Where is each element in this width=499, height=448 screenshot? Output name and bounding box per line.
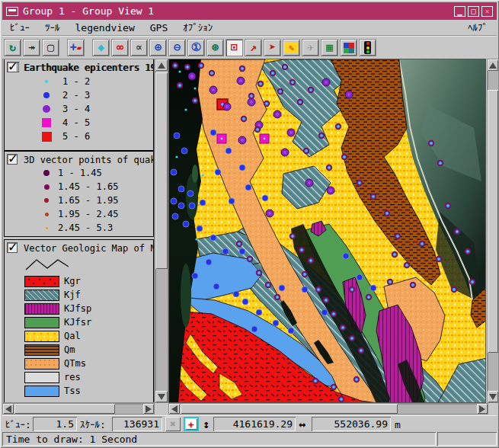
- maximize-button[interactable]: □: [468, 6, 479, 17]
- menu-legendview[interactable]: legendview: [68, 21, 142, 35]
- map-point-v3d: [290, 234, 296, 239]
- crosshair-mode-button[interactable]: ✚: [184, 417, 199, 431]
- legend-swatch-row: Kgr: [3, 276, 154, 290]
- legend-horizontal-scrollbar[interactable]: [2, 403, 155, 414]
- scroll-down-icon: [158, 394, 165, 400]
- image-info-button[interactable]: ▦: [321, 39, 338, 56]
- select-arrow-button[interactable]: ➤: [264, 39, 281, 56]
- map-point-v3d: [266, 283, 271, 288]
- pan-arrow-button[interactable]: ↗: [245, 39, 262, 56]
- map-point-eq3: [223, 103, 231, 110]
- map-scroll-left-button[interactable]: [169, 404, 180, 414]
- map-vscroll-thumb[interactable]: [488, 90, 498, 353]
- menu-gps[interactable]: GPS: [142, 21, 175, 35]
- legend-item: 1 - 1.45: [3, 167, 154, 181]
- map-point-v3d: [185, 65, 190, 70]
- view-value-field[interactable]: 1.5: [33, 417, 77, 431]
- add-layer-button[interactable]: +▰: [67, 39, 85, 56]
- extent-box-button[interactable]: ▢: [42, 39, 59, 56]
- map-point-v3d: [309, 88, 314, 93]
- scale-label: ｽｹｰﾙ:: [80, 419, 106, 430]
- fit-to-frame-button[interactable]: ↠: [23, 39, 40, 56]
- legend-scroll-left-button[interactable]: [3, 404, 14, 414]
- window-menu-icon[interactable]: [6, 7, 18, 16]
- close-button[interactable]: ✕: [481, 6, 493, 17]
- map-point-v3d: [316, 287, 321, 293]
- scale-value-field[interactable]: 136931: [112, 417, 162, 431]
- map-point-v3d: [438, 161, 443, 166]
- legend-scroll-right-button[interactable]: [143, 404, 154, 414]
- zoom-out-button[interactable]: ⊖: [168, 39, 186, 56]
- map-point-eq2: [233, 291, 239, 297]
- minimize-button[interactable]: ▁: [454, 6, 465, 17]
- vector-points-checkbox[interactable]: [7, 154, 18, 165]
- menu-help[interactable]: ﾍﾙﾌﾟ: [459, 21, 497, 35]
- map-point-v3d: [342, 155, 347, 160]
- legend-panel: Earthquake epicenters 19 Earthquake epic…: [2, 59, 155, 403]
- legend-hscroll-thumb[interactable]: [14, 404, 115, 414]
- mosaic-button[interactable]: [340, 39, 357, 56]
- scroll-left-icon: [5, 405, 11, 413]
- zoom-in-button[interactable]: ⊕: [149, 39, 167, 56]
- geology-checkbox[interactable]: [7, 242, 18, 253]
- legend-scroll-up-button[interactable]: [155, 59, 168, 71]
- kjfsp-swatch: [24, 303, 59, 315]
- map-y-coordinate-field[interactable]: 552036.99: [312, 417, 391, 431]
- map-point-v3d: [257, 270, 262, 276]
- map-point-v3d: [290, 80, 296, 85]
- map-point-v3d: [193, 98, 198, 104]
- map-point-v3d: [304, 149, 309, 154]
- start-stop-button[interactable]: [359, 39, 376, 56]
- earthquakes-checkbox[interactable]: [7, 62, 18, 72]
- map-scroll-down-button[interactable]: [488, 391, 498, 402]
- roam-button[interactable]: ∝: [130, 39, 148, 56]
- binoculars-button[interactable]: ∞: [111, 39, 129, 56]
- fault-line-symbol-icon: [24, 256, 73, 273]
- legend-swatch-row: Qal: [3, 331, 154, 344]
- menu-tools[interactable]: ﾂｰﾙ: [37, 21, 68, 35]
- traffic-light-icon: [364, 41, 371, 54]
- map-horizontal-scrollbar[interactable]: [168, 403, 488, 414]
- profile-icon: ✈: [307, 42, 314, 53]
- legend-swatch-row: KJfsr: [3, 317, 154, 331]
- legend-item: 3 - 4: [3, 103, 154, 117]
- map-point-eq2: [210, 235, 216, 241]
- map-point-eq3: [237, 77, 245, 85]
- measure-button[interactable]: ✎: [283, 39, 300, 56]
- legend-vscroll-thumb[interactable]: [155, 72, 168, 269]
- zoom-out-icon: ⊖: [174, 42, 181, 53]
- legend-swatch-row: Kjf: [3, 290, 154, 303]
- map-point-eq2: [206, 259, 212, 265]
- redisplay-button[interactable]: ↻: [4, 39, 21, 56]
- zoom-one-button[interactable]: ①: [187, 39, 205, 56]
- roam-icon: ∝: [136, 42, 142, 53]
- legend-scroll-down-button[interactable]: [155, 391, 168, 402]
- scrollbar-row: [2, 403, 497, 415]
- map-scroll-right-button[interactable]: [477, 404, 488, 414]
- map-x-coordinate-field[interactable]: 4161619.29: [213, 417, 296, 431]
- map-point-eq2: [178, 186, 184, 192]
- zoom-to-area-button[interactable]: ⊛: [206, 39, 224, 56]
- magnitude-2-3-dot-icon: [43, 92, 50, 98]
- map-hscroll-thumb[interactable]: [181, 404, 398, 414]
- open-viewer-button[interactable]: ◆: [92, 39, 110, 56]
- title-bar[interactable]: Group 1 - Group View 1 ▁ □ ✕: [2, 2, 497, 20]
- map-point-eq2: [279, 285, 285, 291]
- map-point-eq1: [201, 174, 203, 176]
- legend-vertical-scrollbar[interactable]: [155, 59, 168, 403]
- menu-view[interactable]: ﾋﾞｭｰ: [2, 21, 37, 35]
- map-point-eq3: [210, 86, 217, 94]
- map-point-v3d: [249, 94, 254, 99]
- map-point-v3d: [350, 336, 355, 341]
- map-point-eq2: [256, 309, 262, 315]
- map-vertical-scrollbar[interactable]: [487, 59, 499, 403]
- query-zoom-box-button[interactable]: ⊡: [226, 39, 243, 56]
- map-viewport[interactable]: [168, 59, 486, 403]
- map-point-eq2: [222, 248, 229, 254]
- map-point-eq3: [327, 187, 334, 194]
- map-point-v3d: [446, 203, 451, 209]
- map-point-v3d: [366, 295, 372, 300]
- menu-options[interactable]: ｵﾌﾟｼｮﾝ: [175, 21, 220, 35]
- map-point-v3d: [371, 194, 376, 200]
- map-scroll-up-button[interactable]: [488, 59, 498, 71]
